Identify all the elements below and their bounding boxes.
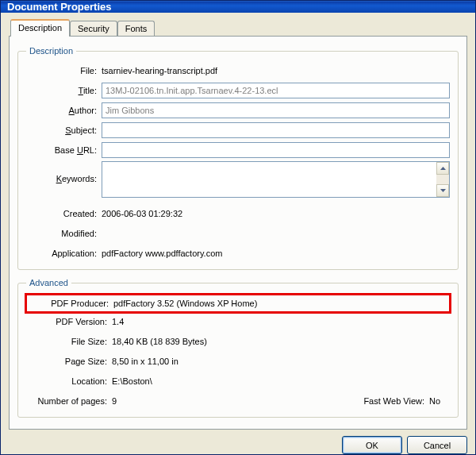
label-file: File: [26,66,102,75]
label-author: Author: [26,106,102,115]
value-application: pdfFactory www.pdffactory.com [102,249,450,258]
label-subject: Subject: [26,125,102,135]
keywords-field[interactable] [102,162,436,197]
client-area: Description Security Fonts Description F… [1,13,475,455]
group-advanced-legend: Advanced [26,278,71,287]
label-file-size: File Size: [26,337,112,346]
scroll-up-icon[interactable] [436,162,449,175]
value-created: 2006-06-03 01:29:32 [102,209,450,218]
label-keywords: Keywords: [26,161,102,183]
group-description: Description File: tsarniev-hearing-trans… [17,46,459,270]
cancel-button[interactable]: Cancel [407,436,467,454]
value-file: tsarniev-hearing-transcript.pdf [102,66,450,75]
value-pdf-version: 1.4 [112,317,450,326]
keywords-field-wrap [102,161,450,198]
dialog-buttons: OK Cancel [9,430,467,454]
base-url-field[interactable] [102,142,450,158]
label-base-url: Base URL: [26,145,102,155]
value-pdf-producer: pdfFactory 3.52 (Windows XP Home) [113,299,448,308]
scroll-down-icon[interactable] [436,184,449,197]
label-modified: Modified: [26,229,102,238]
titlebar: Document Properties [1,1,475,13]
value-location: E:\Boston\ [112,376,450,386]
label-page-size: Page Size: [26,357,112,366]
group-advanced: Advanced PDF Producer: pdfFactory 3.52 (… [17,278,459,418]
label-title: Title: [26,86,102,95]
label-num-pages: Number of pages: [26,396,112,406]
value-file-size: 18,40 KB (18 839 Bytes) [112,337,450,346]
tab-security[interactable]: Security [70,21,117,37]
value-num-pages: 9 [112,396,271,406]
subject-field[interactable] [102,122,450,138]
tab-panel-description: Description File: tsarniev-hearing-trans… [9,36,467,430]
label-created: Created: [26,209,102,218]
label-location: Location: [26,376,112,386]
value-page-size: 8,50 in x 11,00 in [112,357,450,366]
label-fast-web-view: Fast Web View: [356,396,429,406]
label-application: Application: [26,249,102,258]
dialog-window: Document Properties Description Security… [0,0,476,455]
tab-description[interactable]: Description [10,19,70,37]
value-fast-web-view: No [429,396,450,406]
title-field[interactable] [102,83,450,98]
highlight-pdf-producer: PDF Producer: pdfFactory 3.52 (Windows X… [26,295,450,312]
window-title: Document Properties [7,1,111,13]
group-description-legend: Description [26,46,76,56]
label-pdf-producer: PDF Producer: [28,299,113,308]
tab-fonts[interactable]: Fonts [117,21,155,37]
label-pdf-version: PDF Version: [26,317,112,326]
keywords-scrollbar[interactable] [436,162,449,197]
author-field[interactable] [102,102,450,118]
tab-strip: Description Security Fonts [9,19,467,37]
ok-button[interactable]: OK [342,436,402,454]
